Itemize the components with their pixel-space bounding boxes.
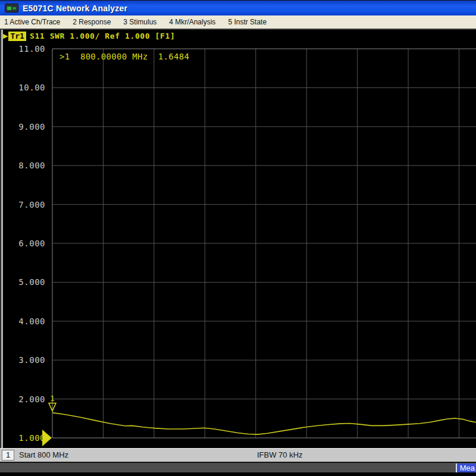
y-axis-label: 5.000 [2, 277, 45, 287]
trace-format-info: S11 SWR 1.000/ Ref 1.000 [F1] [30, 32, 175, 40]
menu-item-mkr-analysis[interactable]: 4 Mkr/Analysis [169, 18, 215, 26]
y-axis-label: 6.000 [2, 238, 45, 249]
y-axis: 11.0010.009.0008.0007.0006.0005.0004.000… [0, 30, 48, 448]
y-axis-label: 2.000 [2, 394, 45, 405]
start-frequency-label: Start 800 MHz [19, 450, 68, 459]
y-axis-label: 11.00 [2, 43, 45, 54]
window-title: E5071C Network Analyzer [23, 4, 127, 13]
ifbw-label: IFBW 70 kHz [257, 450, 303, 459]
app-icon [5, 4, 18, 12]
marker-readout: >1 800.00000 MHz 1.6484 [60, 52, 189, 61]
y-axis-label: 3.000 [2, 355, 45, 365]
menu-bar: 1 Active Ch/Trace 2 Response 3 Stimulus … [0, 15, 476, 30]
menu-item-response[interactable]: 2 Response [73, 18, 111, 26]
status-bar: 1 Start 800 MHz IFBW 70 kHz [0, 448, 476, 462]
instrument-screen: ▶ Tr1 S11 SWR 1.000/ Ref 1.000 [F1] 11.0… [0, 30, 476, 448]
menu-item-instr-state[interactable]: 5 Instr State [228, 18, 267, 26]
title-bar[interactable]: E5071C Network Analyzer [0, 0, 476, 15]
y-axis-label: 7.000 [2, 199, 45, 210]
y-axis-label: 9.000 [2, 121, 45, 132]
y-axis-label: 4.000 [2, 316, 45, 327]
menu-item-active-ch-trace[interactable]: 1 Active Ch/Trace [4, 18, 60, 26]
y-axis-label: 1.000 [2, 433, 45, 443]
y-axis-label: 10.00 [2, 82, 45, 93]
marker-1-number: 1 [50, 394, 55, 403]
y-axis-label: 8.000 [2, 160, 45, 171]
bottom-band [0, 472, 476, 476]
task-bar: Mea [0, 462, 476, 472]
swr-plot: 1 [52, 49, 476, 438]
channel-number-box: 1 [2, 450, 14, 461]
menu-item-stimulus[interactable]: 3 Stimulus [123, 18, 156, 26]
swr-trace [52, 413, 476, 435]
meas-task-button[interactable]: Mea [456, 464, 476, 473]
